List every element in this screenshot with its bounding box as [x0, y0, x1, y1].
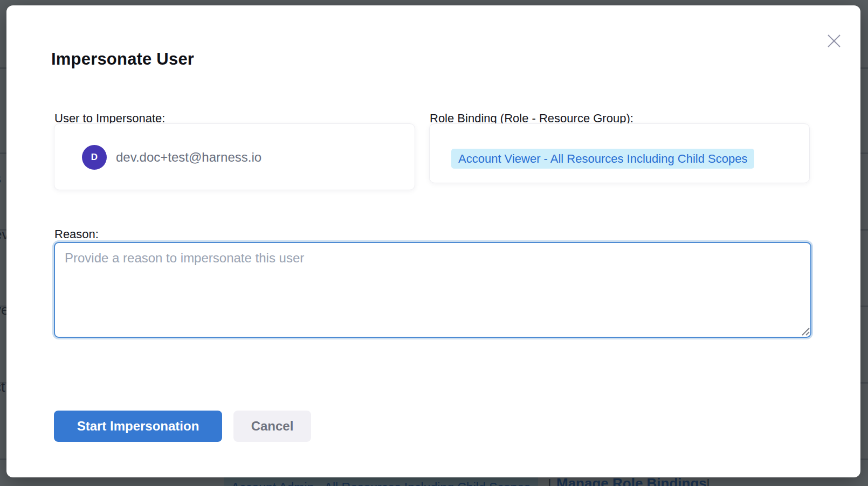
role-binding-card: Account Viewer - All Resources Including…	[429, 123, 810, 183]
start-impersonation-button[interactable]: Start Impersonation	[54, 411, 222, 442]
close-button[interactable]	[823, 30, 845, 52]
user-card: D dev.doc+test@harness.io	[54, 123, 415, 190]
reason-label: Reason:	[54, 227, 99, 241]
reason-input[interactable]	[54, 242, 811, 338]
cancel-button[interactable]: Cancel	[233, 411, 311, 442]
role-binding-tag: Account Viewer - All Resources Including…	[451, 149, 754, 169]
user-email: dev.doc+test@harness.io	[116, 150, 261, 165]
impersonate-user-dialog: Impersonate User User to Impersonate: D …	[6, 5, 860, 477]
dialog-title: Impersonate User	[51, 50, 194, 69]
user-avatar: D	[82, 145, 107, 170]
close-icon	[827, 34, 841, 48]
